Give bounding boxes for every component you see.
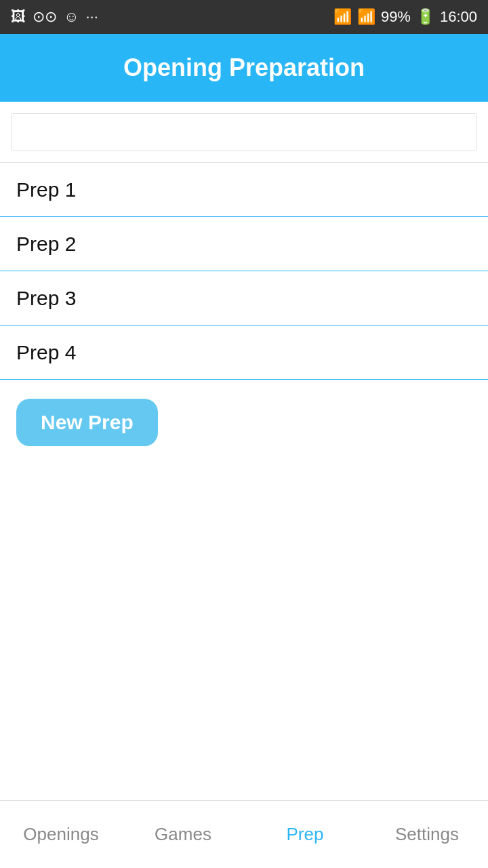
nav-item-settings[interactable]: Settings: [366, 801, 488, 868]
nav-label-openings: Openings: [23, 824, 98, 845]
nav-label-prep: Prep: [287, 824, 324, 845]
nav-item-prep[interactable]: Prep: [244, 801, 366, 868]
prep-item-label: Prep 3: [16, 287, 76, 310]
prep-item-label: Prep 1: [16, 178, 76, 201]
nav-item-games[interactable]: Games: [122, 801, 244, 868]
clock: 16:00: [440, 8, 477, 26]
signal-icon: 📶: [357, 8, 375, 26]
prep-item-label: Prep 2: [16, 233, 76, 256]
app-bar: Opening Preparation: [0, 34, 488, 102]
list-item[interactable]: Prep 1: [0, 163, 488, 217]
status-bar: 🖼 ⊙⊙ ☺ ··· 📶 📶 99% 🔋 16:00: [0, 0, 488, 34]
list-item[interactable]: Prep 4: [0, 326, 488, 380]
battery-icon: 🔋: [416, 8, 434, 26]
status-bar-right: 📶 📶 99% 🔋 16:00: [333, 8, 477, 26]
page-title: Opening Preparation: [123, 54, 365, 82]
wifi-icon: 📶: [333, 8, 352, 26]
prep-list: Prep 1 Prep 2 Prep 3 Prep 4: [0, 163, 488, 380]
list-item[interactable]: Prep 3: [0, 271, 488, 326]
status-bar-left: 🖼 ⊙⊙ ☺ ···: [11, 8, 98, 26]
image-icon: 🖼: [11, 8, 26, 26]
search-input[interactable]: [11, 113, 477, 151]
user-icon: ☺: [64, 8, 79, 26]
prep-item-label: Prep 4: [16, 341, 76, 364]
nav-item-openings[interactable]: Openings: [0, 801, 122, 868]
voicemail-icon: ⊙⊙: [33, 8, 57, 26]
list-item[interactable]: Prep 2: [0, 217, 488, 271]
nav-label-games: Games: [155, 824, 211, 845]
search-area: [0, 102, 488, 163]
nav-label-settings: Settings: [395, 824, 459, 845]
new-prep-button[interactable]: New Prep: [16, 399, 158, 446]
battery-percentage: 99%: [381, 8, 411, 26]
more-icon: ···: [85, 8, 98, 26]
bottom-nav: Openings Games Prep Settings: [0, 800, 488, 868]
